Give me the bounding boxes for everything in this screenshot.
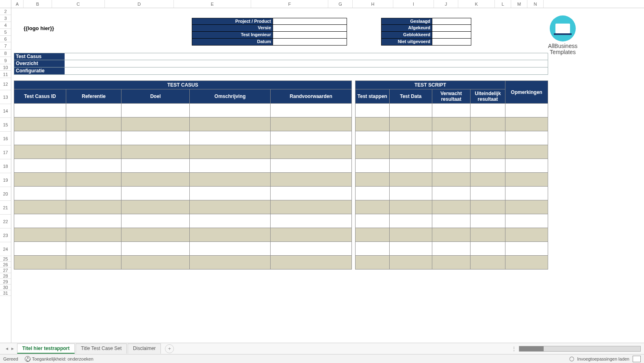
table-cell[interactable] xyxy=(271,104,351,117)
table-cell[interactable] xyxy=(389,214,432,228)
sheet-tab[interactable]: Disclaimer xyxy=(128,343,161,354)
table-cell[interactable] xyxy=(471,117,505,131)
row-header-31[interactable]: 31 xyxy=(0,290,11,296)
table-cell[interactable] xyxy=(432,200,470,214)
column-header-B[interactable]: B xyxy=(24,0,52,8)
table-cell[interactable] xyxy=(271,173,351,187)
row-header-14[interactable]: 14 xyxy=(0,104,11,118)
table-cell[interactable] xyxy=(389,131,432,145)
row-header-16[interactable]: 16 xyxy=(0,132,11,146)
test-case-table[interactable]: TEST CASUSTEST SCRIPTOpmerkingenTest Cas… xyxy=(14,80,548,270)
table-cell[interactable] xyxy=(190,200,271,214)
table-cell[interactable] xyxy=(505,256,548,270)
table-cell[interactable] xyxy=(389,256,432,270)
table-cell[interactable] xyxy=(271,256,351,270)
info-value-cell[interactable] xyxy=(65,60,548,67)
table-cell[interactable] xyxy=(14,256,66,270)
table-cell[interactable] xyxy=(432,256,470,270)
table-cell[interactable] xyxy=(355,228,389,242)
table-cell[interactable] xyxy=(121,131,190,145)
view-mode-button[interactable] xyxy=(633,356,641,362)
column-header-K[interactable]: K xyxy=(458,0,495,8)
table-cell[interactable] xyxy=(66,145,121,159)
meta-value-cell[interactable] xyxy=(273,18,347,25)
table-cell[interactable] xyxy=(14,228,66,242)
row-header-25[interactable]: 25 xyxy=(0,256,11,262)
row-header-13[interactable]: 13 xyxy=(0,90,11,104)
table-row[interactable] xyxy=(14,131,548,145)
table-cell[interactable] xyxy=(471,187,505,200)
table-cell[interactable] xyxy=(355,187,389,200)
row-header-3[interactable]: 3 xyxy=(0,15,11,22)
table-cell[interactable] xyxy=(432,104,470,117)
table-cell[interactable] xyxy=(66,173,121,187)
row-header-20[interactable]: 20 xyxy=(0,187,11,201)
row-header-2[interactable]: 2 xyxy=(0,8,11,15)
table-cell[interactable] xyxy=(190,187,271,200)
column-header-E[interactable]: E xyxy=(174,0,251,8)
meta-value-cell[interactable] xyxy=(273,39,347,46)
table-cell[interactable] xyxy=(121,256,190,270)
table-cell[interactable] xyxy=(432,228,470,242)
table-cell[interactable] xyxy=(505,117,548,131)
table-cell[interactable] xyxy=(66,187,121,200)
table-cell[interactable] xyxy=(505,214,548,228)
column-header-H[interactable]: H xyxy=(353,0,393,8)
table-cell[interactable] xyxy=(505,131,548,145)
table-cell[interactable] xyxy=(271,117,351,131)
table-cell[interactable] xyxy=(389,173,432,187)
table-cell[interactable] xyxy=(190,173,271,187)
table-cell[interactable] xyxy=(471,131,505,145)
table-cell[interactable] xyxy=(66,159,121,173)
scrollbar-thumb[interactable] xyxy=(519,346,544,351)
tab-next-icon[interactable]: ► xyxy=(11,346,15,351)
table-row[interactable] xyxy=(14,173,548,187)
table-cell[interactable] xyxy=(14,159,66,173)
table-cell[interactable] xyxy=(121,173,190,187)
table-cell[interactable] xyxy=(14,104,66,117)
table-cell[interactable] xyxy=(14,214,66,228)
table-cell[interactable] xyxy=(14,131,66,145)
table-cell[interactable] xyxy=(121,159,190,173)
table-cell[interactable] xyxy=(121,214,190,228)
table-cell[interactable] xyxy=(432,242,470,256)
info-value-cell[interactable] xyxy=(65,53,548,60)
column-header-N[interactable]: N xyxy=(527,0,544,8)
table-cell[interactable] xyxy=(471,159,505,173)
table-row[interactable] xyxy=(14,256,548,270)
column-header-D[interactable]: D xyxy=(105,0,174,8)
table-cell[interactable] xyxy=(389,242,432,256)
table-cell[interactable] xyxy=(190,131,271,145)
table-cell[interactable] xyxy=(432,117,470,131)
table-cell[interactable] xyxy=(271,159,351,173)
row-header-17[interactable]: 17 xyxy=(0,146,11,159)
table-cell[interactable] xyxy=(389,200,432,214)
table-cell[interactable] xyxy=(14,173,66,187)
table-cell[interactable] xyxy=(121,117,190,131)
add-sheet-button[interactable]: + xyxy=(165,344,174,353)
table-cell[interactable] xyxy=(190,117,271,131)
table-cell[interactable] xyxy=(355,104,389,117)
table-row[interactable] xyxy=(14,159,548,173)
row-header-15[interactable]: 15 xyxy=(0,118,11,132)
table-cell[interactable] xyxy=(121,145,190,159)
table-cell[interactable] xyxy=(66,117,121,131)
row-header-19[interactable]: 19 xyxy=(0,173,11,187)
table-row[interactable] xyxy=(14,242,548,256)
table-cell[interactable] xyxy=(505,159,548,173)
table-cell[interactable] xyxy=(355,242,389,256)
table-cell[interactable] xyxy=(505,104,548,117)
row-header-27[interactable]: 27 xyxy=(0,267,11,273)
table-cell[interactable] xyxy=(355,200,389,214)
sheet-tab[interactable]: Titel hier testrapport xyxy=(17,343,75,354)
table-cell[interactable] xyxy=(389,159,432,173)
table-cell[interactable] xyxy=(471,145,505,159)
row-header-29[interactable]: 29 xyxy=(0,279,11,285)
table-cell[interactable] xyxy=(355,159,389,173)
table-cell[interactable] xyxy=(271,131,351,145)
row-header-12[interactable]: 12 xyxy=(0,78,11,90)
row-header-5[interactable]: 5 xyxy=(0,29,11,36)
row-header-26[interactable]: 26 xyxy=(0,262,11,267)
row-header-22[interactable]: 22 xyxy=(0,215,11,228)
row-header-21[interactable]: 21 xyxy=(0,201,11,215)
